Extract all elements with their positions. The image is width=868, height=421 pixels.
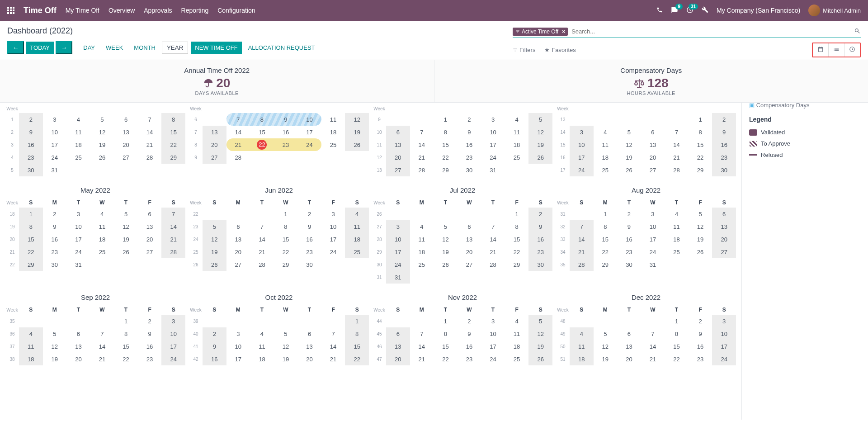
day-cell[interactable]: 23 — [274, 138, 298, 151]
day-cell[interactable]: 4 — [505, 315, 529, 327]
day-cell[interactable]: 7 — [570, 220, 594, 233]
day-cell[interactable]: 12 — [114, 220, 138, 233]
day-cell[interactable]: 11 — [594, 138, 618, 151]
day-cell[interactable]: 19 — [528, 340, 552, 353]
day-cell[interactable]: 5 — [90, 113, 114, 126]
day-cell[interactable]: 10 — [641, 220, 665, 233]
day-cell[interactable]: 5 — [114, 208, 138, 220]
day-cell[interactable]: 22 — [594, 246, 618, 258]
day-cell[interactable]: 8 — [505, 220, 529, 233]
day-cell[interactable]: 19 — [274, 353, 298, 365]
day-cell[interactable]: 21 — [410, 151, 434, 164]
day-cell[interactable]: 5 — [594, 327, 618, 340]
day-cell[interactable]: 15 — [434, 340, 458, 353]
day-cell[interactable]: 23 — [528, 246, 552, 258]
day-cell[interactable]: 8 — [689, 126, 712, 138]
nav-reporting[interactable]: Reporting — [181, 7, 209, 14]
day-cell[interactable]: 25 — [505, 353, 529, 365]
day-cell[interactable]: 15 — [274, 233, 298, 246]
day-cell[interactable]: 28 — [481, 258, 505, 271]
day-cell[interactable]: 30 — [43, 258, 67, 271]
day-cell[interactable]: 10 — [43, 126, 67, 138]
day-cell[interactable]: 16 — [458, 340, 481, 353]
day-cell[interactable]: 23 — [458, 353, 481, 365]
day-cell[interactable]: 28 — [410, 164, 434, 176]
day-cell[interactable]: 15 — [689, 138, 712, 151]
day-cell[interactable]: 10 — [297, 113, 321, 126]
day-cell[interactable]: 14 — [665, 138, 689, 151]
day-cell[interactable]: 26 — [114, 246, 138, 258]
day-cell[interactable]: 4 — [665, 208, 689, 220]
day-cell[interactable]: 13 — [386, 138, 410, 151]
day-cell[interactable]: 13 — [386, 340, 410, 353]
day-cell[interactable]: 11 — [250, 340, 274, 353]
day-cell[interactable]: 26 — [90, 151, 114, 164]
favorites-button[interactable]: ★ Favorites — [544, 47, 576, 53]
day-cell[interactable]: 14 — [250, 233, 274, 246]
view-month[interactable]: MONTH — [129, 42, 160, 53]
day-cell[interactable]: 29 — [19, 258, 43, 271]
day-cell[interactable]: 24 — [481, 151, 505, 164]
day-cell[interactable]: 20 — [386, 353, 410, 365]
day-cell[interactable]: 14 — [641, 340, 665, 353]
day-cell[interactable]: 25 — [66, 151, 90, 164]
day-cell[interactable]: 28 — [226, 151, 250, 164]
apps-icon[interactable] — [7, 7, 14, 14]
settings-icon[interactable] — [702, 6, 708, 14]
day-cell[interactable]: 25 — [665, 246, 689, 258]
day-cell[interactable]: 20 — [458, 246, 481, 258]
day-cell[interactable]: 4 — [250, 327, 274, 340]
day-cell[interactable]: 14 — [161, 220, 185, 233]
day-cell[interactable]: 9 — [19, 126, 43, 138]
search-bar[interactable]: Active Time Off × — [513, 26, 861, 38]
day-cell[interactable]: 24 — [43, 151, 67, 164]
day-cell[interactable]: 22 — [19, 246, 43, 258]
day-cell[interactable]: 31 — [43, 164, 67, 176]
day-cell[interactable]: 23 — [689, 353, 712, 365]
day-cell[interactable]: 12 — [689, 220, 712, 233]
day-cell[interactable]: 27 — [641, 164, 665, 176]
day-cell[interactable]: 10 — [386, 233, 410, 246]
day-cell[interactable]: 23 — [297, 246, 321, 258]
nav-approvals[interactable]: Approvals — [144, 7, 172, 14]
day-cell[interactable]: 20 — [66, 353, 90, 365]
day-cell[interactable]: 2 — [712, 113, 736, 126]
day-cell[interactable]: 13 — [226, 233, 250, 246]
day-cell[interactable]: 16 — [689, 340, 712, 353]
day-cell[interactable]: 19 — [90, 138, 114, 151]
day-cell[interactable]: 16 — [43, 233, 67, 246]
day-cell[interactable]: 7 — [410, 126, 434, 138]
day-cell[interactable]: 5 — [689, 208, 712, 220]
day-cell[interactable]: 17 — [481, 138, 505, 151]
day-cell[interactable]: 22 — [434, 151, 458, 164]
day-cell[interactable]: 7 — [250, 220, 274, 233]
day-cell[interactable]: 22 — [345, 353, 369, 365]
prev-button[interactable]: ← — [7, 41, 24, 54]
day-cell[interactable]: 14 — [410, 340, 434, 353]
day-cell[interactable]: 18 — [410, 246, 434, 258]
day-cell[interactable]: 3 — [386, 220, 410, 233]
day-cell[interactable]: 7 — [138, 113, 162, 126]
today-button[interactable]: TODAY — [26, 42, 54, 54]
day-cell[interactable]: 3 — [226, 327, 250, 340]
day-cell[interactable]: 28 — [138, 151, 162, 164]
day-cell[interactable]: 14 — [410, 138, 434, 151]
day-cell[interactable]: 27 — [114, 151, 138, 164]
day-cell[interactable]: 21 — [665, 151, 689, 164]
day-cell[interactable]: 29 — [594, 258, 618, 271]
day-cell[interactable]: 17 — [321, 233, 345, 246]
day-cell[interactable]: 24 — [570, 164, 594, 176]
day-cell[interactable]: 2 — [689, 315, 712, 327]
day-cell[interactable]: 10 — [712, 327, 736, 340]
day-cell[interactable]: 4 — [410, 220, 434, 233]
day-cell[interactable]: 3 — [481, 113, 505, 126]
day-cell[interactable]: 18 — [90, 233, 114, 246]
activity-view-button[interactable] — [844, 43, 860, 57]
day-cell[interactable]: 24 — [481, 353, 505, 365]
day-cell[interactable]: 16 — [528, 233, 552, 246]
day-cell[interactable]: 3 — [66, 208, 90, 220]
day-cell[interactable]: 22 — [114, 353, 138, 365]
day-cell[interactable]: 25 — [594, 164, 618, 176]
view-day[interactable]: DAY — [79, 42, 99, 53]
day-cell[interactable]: 23 — [138, 353, 162, 365]
